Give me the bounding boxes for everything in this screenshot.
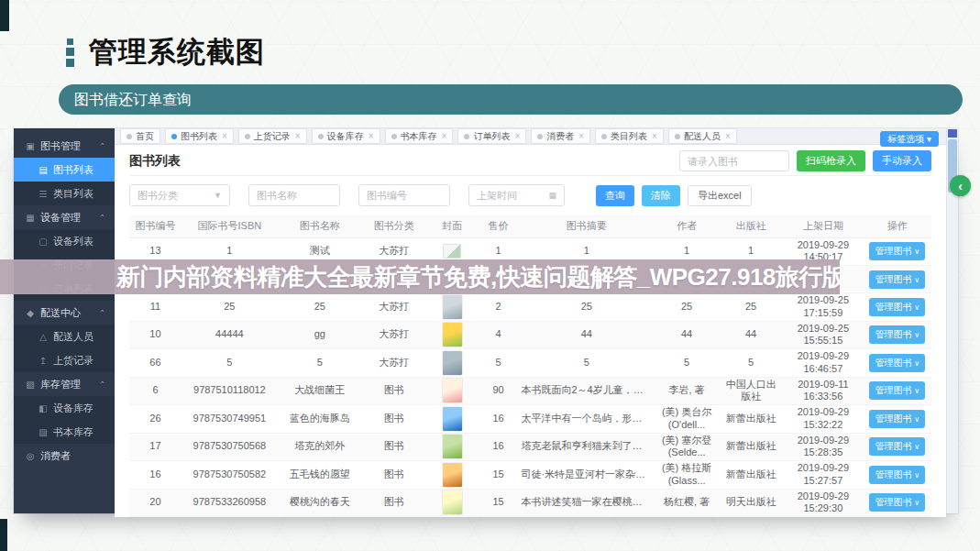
sidebar-item-11[interactable]: ◧设备库存 <box>14 396 115 420</box>
book-list-icon: ▤ <box>38 165 49 175</box>
tab-close-icon[interactable]: × <box>725 131 731 141</box>
summary-cell: 司徒·米特是亚河村一家杂货店的店主，他内... <box>518 461 655 490</box>
page-title: 管理系统截图 <box>89 33 265 72</box>
table-row: 69787510118012大战细菌王图书90本书既面向2～4岁儿童，又面向家长… <box>129 377 931 405</box>
sidebar-item-label: 书本库存 <box>53 425 94 439</box>
tab-7[interactable]: 类目列表× <box>595 128 664 144</box>
table-row: 179787530750568塔克的郊外图书16塔克老鼠和亨利猫来到了大草原，帮… <box>129 433 931 461</box>
manage-book-button[interactable]: 管理图书 ∨ <box>869 410 925 428</box>
sidebar-item-7[interactable]: ◆配送中心⌃ <box>14 301 115 325</box>
price-cell: 90 <box>479 377 519 405</box>
book-code-input[interactable]: 图书编号 <box>358 184 450 206</box>
sidebar-item-10[interactable]: ▧库存管理⌃ <box>14 372 115 396</box>
summary-cell: 5 <box>518 349 655 378</box>
calendar-icon: ▦ <box>548 191 556 200</box>
manage-book-button[interactable]: 管理图书 ∨ <box>869 466 925 484</box>
watermark-text: 新门内部资料精准大全最新章节免费,快速问题解答_WPG27.918旅行版 <box>116 261 840 293</box>
manage-book-button[interactable]: 管理图书 ∨ <box>869 493 925 512</box>
book-entry-input[interactable] <box>679 150 789 171</box>
action-cell: 管理图书 ∨ <box>864 321 931 349</box>
category-select[interactable]: 图书分类▼ <box>129 184 230 206</box>
tab-close-icon[interactable]: × <box>295 131 301 141</box>
manage-book-button[interactable]: 管理图书 ∨ <box>869 437 925 456</box>
tab-2[interactable]: 上货记录× <box>238 128 307 144</box>
content-area: 图书列表 扫码枪录入 手动录入 图书分类▼ 图书名称 图书编号 <box>115 145 946 517</box>
tab-close-icon[interactable]: × <box>222 131 227 141</box>
tab-close-icon[interactable]: × <box>514 131 520 141</box>
manual-entry-button[interactable]: 手动录入 <box>873 150 931 171</box>
tag-options-button[interactable]: 标签选项 ▾ <box>880 131 939 147</box>
collapse-caret-icon: ⌃ <box>99 142 105 150</box>
chevron-down-icon: ▼ <box>214 191 222 200</box>
category-cell: 图书 <box>362 377 426 405</box>
manage-book-button[interactable]: 管理图书 ∨ <box>869 298 925 316</box>
manage-book-button[interactable]: 管理图书 ∨ <box>869 242 925 260</box>
sidebar-item-label: 图书管理 <box>40 139 81 153</box>
action-cell: 管理图书 ∨ <box>864 349 931 378</box>
tab-label: 上货记录 <box>254 130 291 143</box>
tab-close-icon[interactable]: × <box>578 131 584 141</box>
manage-book-button[interactable]: 管理图书 ∨ <box>869 325 925 344</box>
table-row: 209787533260958樱桃沟的春天图书15本书讲述笑猫一家在樱桃沟经历的… <box>129 489 931 517</box>
book-name-input[interactable]: 图书名称 <box>248 184 340 206</box>
scrollbar-top-cap <box>948 129 957 138</box>
chevron-down-icon: ∨ <box>914 499 919 507</box>
action-cell: 管理图书 ∨ <box>864 405 931 434</box>
tab-status-dot-icon <box>127 134 132 139</box>
sidebar-item-1[interactable]: ▤图书列表 <box>14 158 115 182</box>
sidebar-item-3[interactable]: ▦设备管理⌃ <box>14 205 115 229</box>
title-dots-icon <box>66 39 74 67</box>
tab-close-icon[interactable]: × <box>652 131 657 141</box>
tab-close-icon[interactable]: × <box>442 131 447 141</box>
sidebar-item-2[interactable]: ☰类目列表 <box>14 182 115 205</box>
export-excel-button[interactable]: 导出excel <box>688 185 752 206</box>
book-cover-thumbnail <box>443 379 462 402</box>
tab-3[interactable]: 设备库存× <box>312 128 380 144</box>
sidebar-item-0[interactable]: ▣图书管理⌃ <box>14 134 115 158</box>
id-cell: 26 <box>129 405 182 434</box>
manage-book-button[interactable]: 管理图书 ∨ <box>869 381 925 400</box>
tab-bar: 首页图书列表×上货记录×设备库存×书本库存×订单列表×消费者×类目列表×配送人员… <box>115 128 946 145</box>
tab-6[interactable]: 消费者× <box>531 128 590 144</box>
inventory-manage-icon: ▧ <box>25 380 36 390</box>
shelf-date-input[interactable]: 上架时间▦ <box>468 184 565 206</box>
sidebar-item-4[interactable]: ▢设备列表 <box>14 229 115 253</box>
book-cover-thumbnail <box>443 244 461 259</box>
cover-cell <box>426 433 479 461</box>
summary-cell: 44 <box>518 321 655 349</box>
summary-cell: 太平洋中有一个岛屿，形状像一条侧躺的海豚... <box>518 405 655 434</box>
tab-status-dot-icon <box>318 134 324 139</box>
action-cell: 管理图书 ∨ <box>864 266 931 293</box>
page-background: 管理系统截图 图书借还订单查询 ▣图书管理⌃▤图书列表☰类目列表▦设备管理⌃▢设… <box>0 0 980 551</box>
sidebar-item-8[interactable]: △配送人员 <box>14 325 115 348</box>
tab-0[interactable]: 首页 <box>120 128 160 144</box>
tab-5[interactable]: 订单列表× <box>457 128 526 144</box>
name-cell: gg <box>278 321 362 349</box>
scan-entry-button[interactable]: 扫码枪录入 <box>797 150 865 171</box>
sidebar-item-13[interactable]: ◎消费者 <box>14 444 115 468</box>
id-cell: 16 <box>129 461 182 490</box>
tab-1[interactable]: 图书列表× <box>165 128 234 144</box>
search-button[interactable]: 查询 <box>596 185 634 206</box>
isbn-cell: 9787530749951 <box>182 405 278 434</box>
device-list-icon: ▢ <box>38 237 49 247</box>
side-panel-handle[interactable]: ‹ <box>950 175 971 196</box>
category-cell: 图书 <box>362 433 426 461</box>
tab-8[interactable]: 配送人员× <box>668 128 737 144</box>
sidebar-item-9[interactable]: ↥上货记录 <box>14 348 115 372</box>
id-cell: 6 <box>129 377 182 405</box>
publisher-cell: 中国人口出版社 <box>719 377 783 405</box>
tab-4[interactable]: 书本库存× <box>385 128 454 144</box>
manage-book-button[interactable]: 管理图书 ∨ <box>869 354 925 372</box>
isbn-cell: 5 <box>182 349 278 378</box>
sidebar: ▣图书管理⌃▤图书列表☰类目列表▦设备管理⌃▢设备列表▭开门记录▥订单列表◆配送… <box>14 128 115 513</box>
cover-cell <box>426 461 479 490</box>
category-cell: 图书 <box>362 461 426 490</box>
tab-label: 设备库存 <box>327 130 364 143</box>
filter-row: 图书分类▼ 图书名称 图书编号 上架时间▦ 查询 清除 导出excel <box>129 184 931 206</box>
tab-close-icon[interactable]: × <box>369 131 374 141</box>
date-cell: 2019-09-29 16:46:57 <box>783 349 864 378</box>
sidebar-item-12[interactable]: ▨书本库存 <box>14 420 115 444</box>
clear-button[interactable]: 清除 <box>642 185 680 206</box>
manage-book-button[interactable]: 管理图书 ∨ <box>869 270 925 289</box>
